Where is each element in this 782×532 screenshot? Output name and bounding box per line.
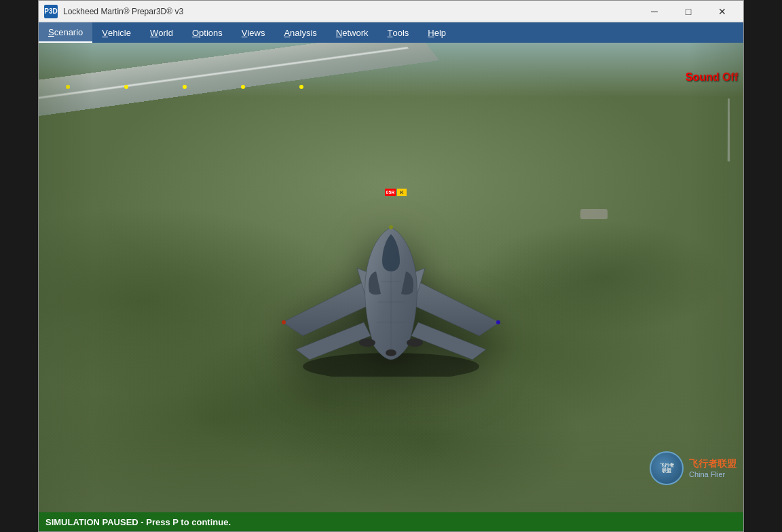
menu-help[interactable]: Help	[418, 22, 455, 43]
runway-marker	[66, 85, 70, 89]
application-window: P3D Lockheed Martin® Prepar3D® v3 ─ □ ✕ …	[38, 0, 744, 532]
menu-analysis[interactable]: Analysis	[274, 22, 326, 43]
sound-status: Sound Off	[686, 71, 738, 83]
runway-flag: 05R	[385, 189, 396, 196]
menu-views[interactable]: Views	[232, 22, 275, 43]
restore-button[interactable]: □	[673, 3, 704, 20]
menu-scenario[interactable]: Scenario	[39, 22, 92, 43]
aircraft-svg	[262, 214, 520, 377]
runway-marker	[124, 85, 128, 89]
aircraft	[262, 214, 520, 377]
titlebar: P3D Lockheed Martin® Prepar3D® v3 ─ □ ✕	[39, 1, 743, 22]
menu-options[interactable]: Options	[183, 22, 232, 43]
menu-world[interactable]: World	[141, 22, 183, 43]
runway-markers	[66, 85, 303, 89]
window-controls: ─ □ ✕	[639, 3, 738, 20]
runway-label-text: K	[397, 189, 407, 196]
window-title: Lockheed Martin® Prepar3D® v3	[63, 7, 639, 16]
runway-marker	[241, 85, 245, 89]
watermark: 飞行者联盟 飞行者联盟 China Flier	[650, 451, 737, 485]
simulation-viewport: 05R K	[39, 43, 743, 512]
svg-point-15	[496, 320, 500, 324]
status-text: SIMULATION PAUSED - Press P to continue.	[45, 517, 231, 527]
svg-point-13	[389, 225, 393, 229]
statusbar: SIMULATION PAUSED - Press P to continue.	[39, 512, 743, 531]
watermark-english: China Flier	[689, 470, 737, 478]
close-button[interactable]: ✕	[707, 3, 738, 20]
taxiway-line	[728, 98, 730, 161]
menubar: Scenario Vehicle World Options Views Ana…	[39, 22, 743, 43]
svg-point-12	[386, 349, 396, 356]
watermark-text: 飞行者联盟 China Flier	[689, 458, 737, 478]
menu-network[interactable]: Network	[327, 22, 378, 43]
menu-tools[interactable]: Tools	[378, 22, 419, 43]
watermark-logo: 飞行者联盟	[650, 451, 684, 485]
minimize-button[interactable]: ─	[639, 3, 670, 20]
runway-marker	[299, 85, 303, 89]
menu-vehicle[interactable]: Vehicle	[92, 22, 141, 43]
svg-point-11	[407, 339, 423, 347]
runway-label-overlay: 05R K	[385, 189, 407, 196]
distant-object	[580, 209, 608, 219]
app-icon: P3D	[44, 5, 58, 18]
svg-point-10	[359, 339, 375, 347]
svg-point-14	[282, 320, 286, 324]
runway-marker	[183, 85, 187, 89]
watermark-chinese: 飞行者联盟	[689, 458, 737, 470]
